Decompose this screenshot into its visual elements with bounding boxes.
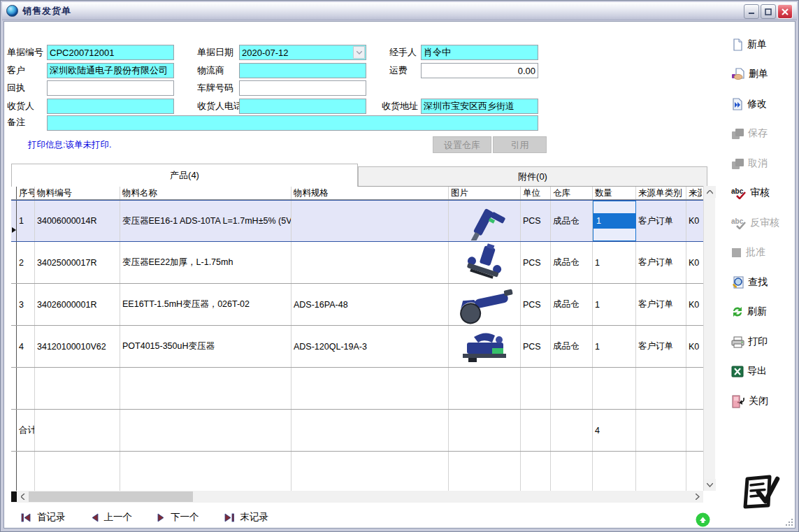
print-button[interactable]: 打印 (731, 334, 768, 350)
customer-label: 客户 (7, 63, 25, 78)
maximize-button[interactable] (761, 4, 776, 19)
previous-record-icon (91, 513, 99, 522)
qty-cell-selected[interactable]: 1 (593, 201, 636, 241)
header-source-type: 来源单类别 (636, 187, 686, 199)
freight-label: 运费 (389, 63, 408, 78)
consignee-label: 收货人 (7, 99, 34, 114)
unaudit-button[interactable]: abc 反审核 (731, 215, 779, 231)
consignee-tel-field[interactable] (239, 99, 366, 114)
next-record-button[interactable]: 下一个 (157, 511, 199, 524)
status-green-icon (696, 512, 710, 530)
header-code: 物料编号 (35, 187, 120, 199)
table-row[interactable]: 1 34006000014R 变压器EE16-1 ADS-10TA L=1.7m… (11, 200, 703, 242)
doc-no-field[interactable] (47, 45, 174, 60)
total-label: 合计 (17, 410, 35, 451)
next-record-icon (157, 513, 165, 522)
cancel-icon (731, 158, 744, 170)
export-icon (731, 366, 744, 378)
logistics-field[interactable] (239, 63, 366, 78)
title-bar: 销售发货单 (2, 2, 797, 20)
scrollbar-thumb[interactable] (29, 491, 193, 502)
close-form-icon (731, 395, 745, 408)
header-unit: 单位 (521, 187, 551, 199)
scroll-down-button[interactable] (704, 479, 716, 491)
previous-record-button[interactable]: 上一个 (91, 511, 133, 524)
notepad-check-icon (739, 473, 781, 517)
minimize-icon (748, 8, 755, 15)
product-image-planer (449, 326, 521, 367)
horizontal-scrollbar[interactable] (11, 491, 703, 503)
find-icon (731, 276, 744, 289)
delete-doc-icon (731, 68, 745, 80)
minimize-button[interactable] (744, 4, 759, 19)
doc-no-label: 单据编号 (7, 45, 43, 60)
maximize-icon (765, 8, 772, 15)
window-title: 销售发货单 (22, 5, 71, 17)
header-seq: 序号 (17, 187, 35, 199)
doc-date-label: 单据日期 (197, 45, 233, 60)
scroll-right-button[interactable] (691, 491, 703, 503)
resize-grip[interactable] (783, 517, 793, 526)
new-doc-button[interactable]: 新单 (731, 37, 767, 52)
reference-button[interactable]: 引用 (493, 136, 547, 153)
tab-products[interactable]: 产品(4) (11, 164, 358, 187)
address-field[interactable] (421, 99, 538, 114)
save-button[interactable]: 保存 (731, 126, 768, 141)
product-image-drill (449, 201, 521, 241)
remark-field[interactable] (47, 115, 538, 131)
logistics-label: 物流商 (197, 63, 224, 78)
first-record-icon (21, 513, 31, 522)
tab-attachments[interactable]: 附件(0) (358, 166, 707, 187)
table-row-empty[interactable] (11, 368, 703, 410)
receipt-field[interactable] (47, 80, 174, 96)
freight-field[interactable] (421, 63, 538, 78)
edit-doc-button[interactable]: 修改 (731, 96, 767, 112)
consignee-field[interactable] (47, 99, 174, 114)
export-button[interactable]: 导出 (731, 364, 767, 379)
plate-no-field[interactable] (239, 80, 366, 96)
header-spec: 物料规格 (291, 187, 449, 199)
table-header-row: 序号 物料编号 物料名称 物料规格 图片 单位 仓库 数量 来源单类别 来源单号 (11, 186, 703, 200)
table-row-empty (11, 452, 703, 491)
chevron-down-icon (707, 483, 713, 487)
handler-label: 经手人 (389, 45, 417, 60)
doc-date-dropdown-button[interactable] (353, 46, 365, 59)
app-window: 销售发货单 单据编号 单据日期 经手人 客户 物流商 运费 回 (0, 0, 799, 532)
doc-date-field[interactable] (239, 45, 366, 60)
product-table: 序号 物料编号 物料名称 物料规格 图片 单位 仓库 数量 来源单类别 来源单号… (11, 186, 703, 491)
consignee-tel-label: 收货人电话 (197, 99, 243, 114)
last-record-button[interactable]: 末记录 (224, 511, 269, 524)
audit-button[interactable]: abc 审核 (731, 185, 770, 201)
header-source-no: 来源单号 (686, 187, 702, 199)
find-button[interactable]: 查找 (731, 275, 768, 290)
refresh-icon (731, 305, 744, 318)
table-row[interactable]: 3 34026000001R EE16TT-1.5mH变压器，026T-02 A… (11, 284, 703, 326)
header-name: 物料名称 (120, 187, 291, 199)
chevron-down-icon (357, 51, 362, 55)
vertical-scrollbar[interactable] (703, 186, 715, 491)
scroll-up-button[interactable] (704, 186, 716, 198)
delete-doc-button[interactable]: 删单 (731, 66, 768, 82)
cancel-button[interactable]: 取消 (731, 156, 768, 171)
print-icon (731, 336, 744, 348)
save-icon (731, 128, 744, 140)
close-button[interactable] (777, 4, 793, 19)
scroll-left-button[interactable] (17, 491, 29, 503)
approve-button[interactable]: 批准 (731, 245, 765, 260)
record-navigation: 首记录 上一个 下一个 末记录 (21, 511, 268, 524)
table-row[interactable]: 2 34025000017R 变压器EE22加厚，L-1.75mh (11, 242, 703, 284)
table-row[interactable]: 4 34120100010V62 POT4015-350uH变压器 ADS-12… (11, 326, 703, 368)
first-record-button[interactable]: 首记录 (21, 511, 66, 524)
last-record-icon (224, 513, 235, 522)
refresh-button[interactable]: 刷新 (731, 304, 767, 319)
customer-field[interactable] (47, 63, 174, 78)
unaudit-icon: abc (731, 217, 747, 229)
new-doc-icon (731, 38, 744, 51)
close-form-button[interactable]: 关闭 (731, 394, 768, 409)
close-icon (782, 8, 789, 15)
chevron-left-icon (21, 494, 25, 500)
set-warehouse-button[interactable]: 设置仓库 (433, 136, 491, 153)
audit-icon: abc (731, 187, 747, 199)
plate-no-label: 车牌号码 (197, 80, 233, 96)
handler-field[interactable] (421, 45, 538, 60)
